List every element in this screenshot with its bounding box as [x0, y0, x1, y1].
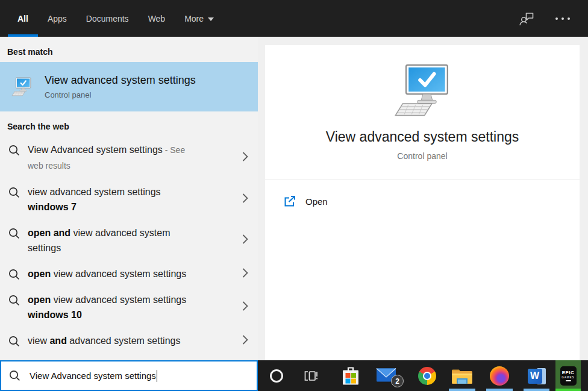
taskbar-store[interactable] — [337, 360, 364, 391]
search-results-panel: Best match View advanced system settings… — [0, 37, 258, 360]
web-suggestion-text: View Advanced system settings - Seeweb r… — [28, 142, 185, 174]
tab-documents[interactable]: Documents — [77, 0, 139, 37]
taskbar-mail[interactable]: 2 — [372, 360, 400, 391]
result-title: View advanced system settings — [265, 129, 580, 145]
file-explorer-folder-icon — [451, 367, 473, 385]
task-view-icon — [303, 368, 319, 384]
web-suggestion[interactable]: view and advanced system settings — [0, 328, 258, 354]
word-icon: W — [528, 367, 546, 385]
search-query-text: View Advanced system settings — [30, 371, 156, 381]
web-suggestion[interactable]: open and view advanced systemsettings — [0, 220, 258, 261]
web-suggestion-text: view and advanced system settings — [28, 333, 180, 348]
tab-web[interactable]: Web — [139, 0, 175, 37]
open-action-label: Open — [305, 196, 328, 207]
firefox-icon — [490, 366, 509, 386]
magnifier-icon — [0, 142, 28, 174]
best-match-subtitle: Control panel — [45, 90, 196, 99]
search-input[interactable]: View Advanced system settings — [0, 360, 258, 391]
more-options-ellipsis-icon[interactable] — [553, 15, 572, 22]
tab-all[interactable]: All — [8, 0, 38, 37]
chevron-right-icon[interactable] — [242, 193, 248, 206]
windows-search-flyout: All Apps Documents Web More Best match V… — [0, 0, 588, 391]
taskbar-firefox[interactable] — [485, 360, 514, 391]
chevron-right-icon[interactable] — [242, 301, 248, 314]
open-action[interactable]: Open — [283, 195, 367, 208]
magnifier-icon — [0, 292, 28, 322]
web-suggestion-text: open and view advanced systemsettings — [28, 225, 170, 255]
magnifier-icon — [0, 184, 28, 214]
open-external-icon — [283, 195, 296, 208]
best-match-header: Best match — [7, 47, 258, 57]
chevron-right-icon[interactable] — [242, 267, 248, 280]
chevron-right-icon[interactable] — [242, 152, 248, 164]
feedback-person-chat-icon[interactable] — [519, 11, 535, 27]
chevron-down-icon — [208, 17, 214, 21]
chevron-right-icon[interactable] — [242, 334, 248, 347]
web-suggestion-text: view advanced system settingswindows 7 — [28, 184, 161, 214]
magnifier-icon — [0, 266, 28, 281]
web-suggestion[interactable]: View Advanced system settings - Seeweb r… — [0, 137, 258, 179]
filter-tabs: All Apps Documents Web More — [8, 0, 224, 37]
web-suggestion[interactable]: open view advanced system settings — [0, 261, 258, 287]
best-match-result[interactable]: View advanced system settings Control pa… — [0, 62, 258, 111]
tab-apps[interactable]: Apps — [38, 0, 77, 37]
taskbar-chrome[interactable] — [413, 360, 441, 391]
magnifier-icon — [0, 225, 28, 255]
magnifier-icon — [9, 370, 20, 381]
taskbar: 2 W EPIC GAMES — [258, 360, 588, 391]
microsoft-store-icon — [342, 366, 359, 385]
computer-checkmark-icon — [389, 63, 456, 119]
search-the-web-header: Search the web — [7, 122, 258, 131]
web-suggestion-text: open view advanced system settingswindow… — [28, 292, 186, 322]
magnifier-icon — [0, 333, 28, 348]
tab-more[interactable]: More — [175, 0, 224, 37]
web-suggestion[interactable]: open view advanced system settingswindow… — [0, 287, 258, 328]
mail-unread-badge: 2 — [391, 375, 404, 387]
best-match-title: View advanced system settings — [45, 74, 196, 87]
computer-checkmark-icon — [10, 77, 34, 97]
result-subtitle: Control panel — [265, 151, 580, 161]
taskbar-taskview[interactable] — [297, 360, 325, 391]
search-filter-bar: All Apps Documents Web More — [0, 0, 588, 37]
taskbar-word[interactable]: W — [522, 360, 551, 391]
web-suggestion-text: open view advanced system settings — [28, 266, 186, 281]
cortana-ring-icon — [270, 369, 283, 383]
chrome-icon — [418, 367, 436, 385]
taskbar-epic[interactable]: EPIC GAMES — [555, 360, 581, 391]
taskbar-explorer[interactable] — [448, 360, 477, 391]
chevron-right-icon[interactable] — [242, 234, 248, 247]
text-cursor — [157, 370, 157, 382]
result-detail-panel: View advanced system settings Control pa… — [258, 37, 588, 360]
result-hero: View advanced system settings Control pa… — [265, 45, 580, 180]
web-suggestion[interactable]: view advanced system settingswindows 7 — [0, 179, 258, 220]
web-suggestion-list: View Advanced system settings - Seeweb r… — [0, 137, 258, 354]
epic-games-icon: EPIC GAMES — [560, 366, 577, 386]
taskbar-cortana[interactable] — [263, 360, 290, 391]
result-detail-card: View advanced system settings Control pa… — [265, 45, 580, 360]
